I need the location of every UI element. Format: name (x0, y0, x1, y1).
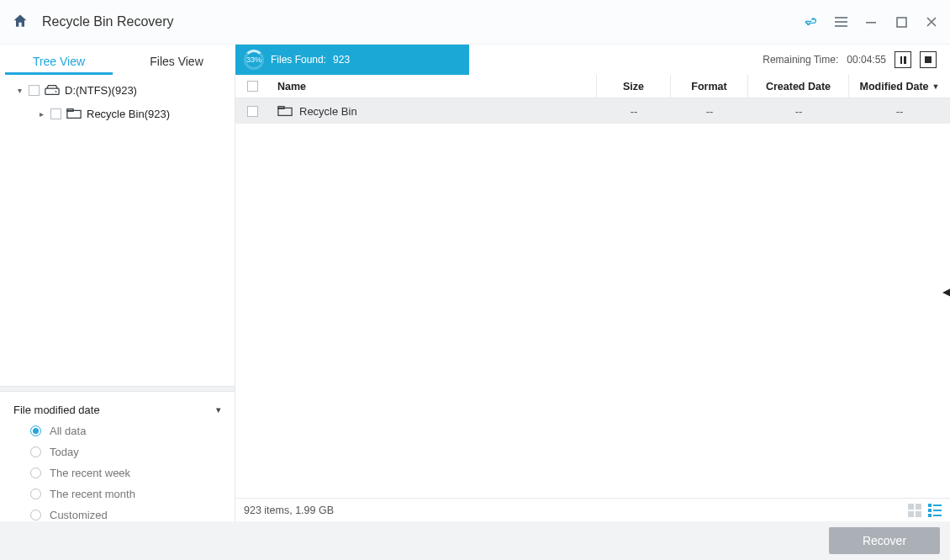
key-icon[interactable] (804, 15, 817, 29)
progress-percent: 33% (246, 55, 261, 64)
radio-icon (30, 446, 41, 457)
main-area: ▾ D:(NTFS)(923) ▸ Recycle Bin(923) File … (0, 75, 950, 521)
menu-icon[interactable] (834, 15, 847, 29)
column-modified-date[interactable]: Modified Date▼ (849, 75, 950, 98)
chevron-down-icon: ▾ (216, 404, 221, 415)
folder-icon (277, 105, 293, 117)
filter-title: File modified date (13, 404, 100, 416)
radio-icon (30, 425, 41, 436)
row-format: -- (671, 105, 748, 118)
spinner-icon: 33% (244, 50, 264, 70)
column-size[interactable]: Size (597, 75, 671, 98)
tree-node-drive[interactable]: ▾ D:(NTFS)(923) (0, 78, 235, 102)
filter-option-label: Customized (50, 509, 108, 521)
filter-panel: File modified date ▾ All data Today The … (0, 392, 235, 521)
scan-progress: 33% Files Found: 923 (235, 45, 469, 75)
tab-tree-view[interactable]: Tree View (0, 47, 118, 75)
svg-point-4 (55, 91, 57, 92)
caret-right-icon[interactable]: ▸ (37, 109, 45, 119)
remaining-time-label: Remaining Time: (763, 54, 838, 66)
footer: Recover (0, 521, 950, 560)
filter-option-month[interactable]: The recent month (30, 488, 221, 500)
files-found-label: Files Found: (271, 54, 326, 66)
caret-down-icon[interactable]: ▾ (15, 86, 24, 95)
titlebar: Recycle Bin Recovery (0, 0, 950, 45)
filter-option-label: All data (50, 425, 86, 437)
filter-option-label: The recent month (50, 488, 135, 500)
view-tabs: Tree View Files View (0, 45, 235, 75)
checkbox[interactable] (50, 108, 61, 119)
filter-option-label: Today (50, 446, 79, 458)
filter-option-label: The recent week (50, 467, 130, 479)
table-row[interactable]: Recycle Bin -- -- -- -- (235, 98, 950, 124)
recover-button[interactable]: Recover (829, 527, 940, 554)
remaining-time-value: 00:04:55 (847, 54, 886, 66)
tree-node-label: Recycle Bin(923) (87, 108, 170, 120)
minimize-button[interactable] (864, 15, 878, 29)
column-created-date[interactable]: Created Date (748, 75, 849, 98)
tree-node-label: D:(NTFS)(923) (65, 84, 137, 97)
drive-icon (45, 84, 60, 96)
column-modified-label: Modified Date (860, 81, 929, 92)
filter-header[interactable]: File modified date ▾ (13, 399, 221, 423)
grid-view-icon[interactable] (908, 504, 921, 517)
close-button[interactable] (925, 15, 938, 29)
status-summary: 923 items, 1.99 GB (244, 505, 334, 516)
pause-button[interactable] (895, 51, 911, 68)
stop-button[interactable] (920, 51, 937, 68)
checkbox[interactable] (247, 106, 258, 117)
home-icon[interactable] (12, 13, 29, 32)
collapse-panel-icon[interactable]: ◀ (942, 286, 950, 298)
folder-icon (66, 108, 82, 119)
sort-desc-icon: ▼ (932, 82, 940, 91)
svg-point-0 (812, 18, 814, 20)
svg-rect-2 (897, 18, 906, 27)
filter-option-today[interactable]: Today (30, 446, 221, 458)
tree-node-recycle-bin[interactable]: ▸ Recycle Bin(923) (0, 102, 235, 125)
list-view-icon[interactable] (928, 504, 942, 517)
checkbox[interactable] (247, 81, 258, 92)
checkbox[interactable] (29, 85, 40, 96)
table-body: Recycle Bin -- -- -- -- (235, 98, 950, 498)
toolbar-row: Tree View Files View 33% Files Found: 92… (0, 45, 950, 75)
filter-option-week[interactable]: The recent week (30, 467, 221, 479)
filter-option-all[interactable]: All data (30, 425, 221, 437)
tree: ▾ D:(NTFS)(923) ▸ Recycle Bin(923) (0, 75, 235, 386)
filter-option-custom[interactable]: Customized (30, 509, 221, 521)
svg-rect-3 (45, 88, 59, 94)
sidebar-separator (0, 386, 235, 392)
column-name[interactable]: Name (269, 75, 597, 98)
radio-icon (30, 510, 41, 520)
column-format[interactable]: Format (671, 75, 748, 98)
page-title: Recycle Bin Recovery (42, 14, 174, 29)
row-modified: -- (849, 105, 950, 118)
radio-icon (30, 489, 41, 499)
row-size: -- (597, 105, 671, 118)
maximize-button[interactable] (895, 15, 908, 29)
table-header: Name Size Format Created Date Modified D… (235, 75, 950, 98)
header-checkbox-col (235, 75, 269, 98)
tab-files-view[interactable]: Files View (118, 47, 235, 75)
radio-icon (30, 468, 41, 478)
files-found-count: 923 (333, 54, 350, 66)
row-name: Recycle Bin (299, 105, 357, 118)
svg-rect-1 (866, 22, 876, 24)
sidebar: ▾ D:(NTFS)(923) ▸ Recycle Bin(923) File … (0, 75, 235, 521)
row-created: -- (748, 105, 849, 118)
statusbar: 923 items, 1.99 GB (235, 498, 950, 521)
file-list-panel: Name Size Format Created Date Modified D… (235, 75, 950, 521)
